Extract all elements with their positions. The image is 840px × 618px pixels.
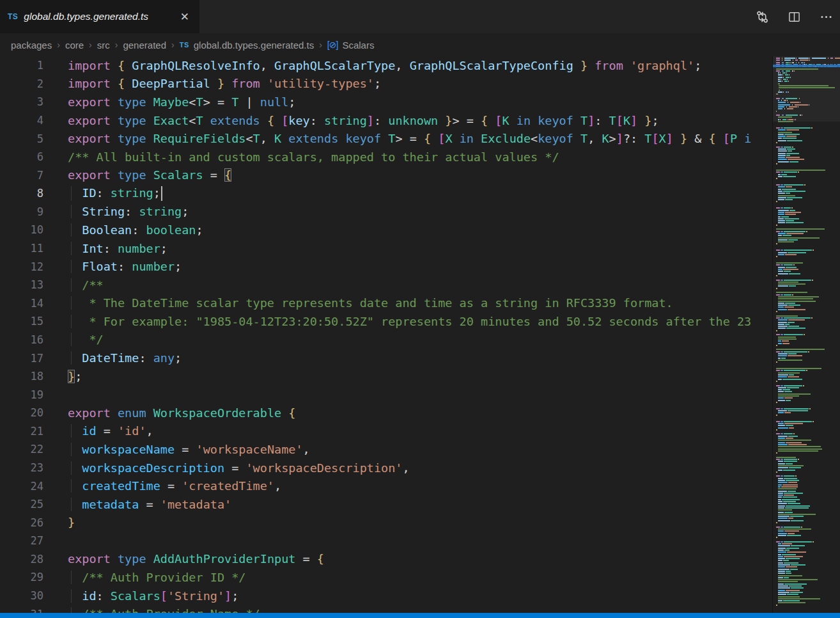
minimap-row [776,592,804,593]
minimap-row [776,427,795,429]
code-line[interactable]: 14 * The DateTime scalar type represents… [0,294,771,313]
minimap-row [776,475,797,477]
breadcrumb-label: src [97,40,110,51]
code-line[interactable]: 31 /** Auth Provider Name */ [0,605,771,613]
minimap-row [776,520,804,521]
minimap-row [776,337,797,338]
minimap-row [776,397,793,399]
minimap-row [776,171,800,173]
minimap-row [776,491,797,492]
text-cursor [161,186,162,201]
breadcrumb-item-core[interactable]: core [65,40,84,51]
code-lines: 1import { GraphQLResolveInfo, GraphQLSca… [0,56,771,613]
code-line[interactable]: 25 metadata = 'metadata' [0,495,771,514]
minimap-row [776,602,806,603]
minimap-row [776,587,804,589]
code-line[interactable]: 12 Float: number; [0,257,771,276]
code-line[interactable]: 5export type RequireFields<T, K extends … [0,129,771,148]
code-line[interactable]: 8 ID: string; [0,184,771,203]
split-editor-icon[interactable] [786,9,802,24]
breadcrumb-item-global-db-types-generated-ts[interactable]: TSglobal.db.types.generated.ts [180,40,315,51]
minimap-row [776,326,800,327]
minimap-row [776,199,793,200]
minimap-row [776,446,821,447]
code-line[interactable]: 30 id: Scalars['String']; [0,587,771,605]
minimap-row [776,598,821,599]
breadcrumb-item-generated[interactable]: generated [123,40,166,51]
minimap-row [776,545,805,546]
minimap-row [776,233,804,234]
code-line-text: import { GraphQLResolveInfo, GraphQLScal… [43,59,771,72]
minimap-row [776,501,797,502]
minimap-row [776,147,794,148]
minimap[interactable] [772,56,840,613]
breadcrumb-separator: › [57,40,60,50]
breadcrumb-label: packages [11,40,52,51]
minimap-row [776,68,819,70]
code-line[interactable]: 28export type AddAuthProviderInput = { [0,550,771,569]
code-line[interactable]: 10 Boolean: boolean; [0,221,771,239]
minimap-row [776,528,812,530]
code-line[interactable]: 11 Int: number; [0,239,771,258]
minimap-row [776,214,797,215]
breadcrumb-item-src[interactable]: src [97,40,110,51]
minimap-row [776,425,794,426]
minimap-row [776,556,804,557]
breadcrumb-item-scalars[interactable]: [⊘]Scalars [327,40,375,51]
minimap-row [776,218,800,219]
minimap-row [776,385,805,386]
minimap-row [776,303,796,304]
line-number: 28 [0,553,43,566]
code-line[interactable]: 4export type Exact<T extends { [key: str… [0,111,771,130]
minimap-row [776,478,798,479]
code-line[interactable]: 1import { GraphQLResolveInfo, GraphQLSca… [0,56,771,75]
breadcrumb-item-packages[interactable]: packages [11,40,52,51]
code-line[interactable]: 23 workspaceDescription = 'workspaceDesc… [0,459,771,477]
minimap-row [776,150,793,152]
minimap-row [776,305,801,306]
code-line[interactable]: 7export type Scalars = { [0,166,771,184]
more-actions-icon[interactable] [818,9,834,24]
minimap-row [776,376,800,377]
line-number: 21 [0,425,43,438]
code-line[interactable]: 26} [0,513,771,532]
code-line[interactable]: 9 String: string; [0,203,771,221]
code-line[interactable]: 18}; [0,367,771,386]
minimap-row [776,433,795,434]
minimap-row [776,58,840,59]
minimap-row [776,74,790,75]
code-line[interactable]: 16 */ [0,331,771,349]
code-line[interactable]: 21 id = 'id', [0,422,771,441]
code-line[interactable]: 29 /** Auth Provider ID */ [0,568,771,587]
code-line[interactable]: 22 workspaceName = 'workspaceName', [0,440,771,459]
breadcrumb-label: core [65,40,84,51]
code-line-text: createdTime = 'createdTime', [43,479,771,493]
code-line[interactable]: 19 [0,385,771,404]
line-number: 29 [0,571,43,583]
tab-global-db-types-generated[interactable]: TS global.db.types.generated.ts ✕ [0,0,199,33]
code-line[interactable]: 27 [0,532,771,550]
code-line[interactable]: 6/** All built-in and custom scalars, ma… [0,148,771,166]
minimap-row [776,412,791,413]
code-line[interactable]: 20export enum WorkspaceOrderable { [0,404,771,422]
minimap-row [776,442,802,443]
code-line[interactable]: 24 createdTime = 'createdTime', [0,477,771,495]
code-line[interactable]: 17 DateTime: any; [0,349,771,367]
minimap-row [776,174,788,175]
code-line[interactable]: 2import { DeepPartial } from 'utility-ty… [0,75,771,93]
breadcrumb-separator: › [171,40,175,50]
code-line[interactable]: 3export type Maybe<T> = T | null; [0,93,771,111]
code-line-text: ID: string; [43,186,771,202]
minimap-row [776,134,800,135]
code-line[interactable]: 15 * For example: "1985-04-12T23:20:50.5… [0,312,771,331]
code-line-text: workspaceName = 'workspaceName', [43,443,771,456]
code-editor: 1import { GraphQLResolveInfo, GraphQLSca… [0,56,840,613]
minimap-row [776,262,804,264]
minimap-row [776,319,805,321]
line-number: 20 [0,406,43,419]
open-changes-icon[interactable] [754,9,770,24]
close-icon[interactable]: ✕ [178,10,192,24]
line-number: 3 [0,95,43,108]
code-line[interactable]: 13 /** [0,276,771,294]
minimap-row [776,288,778,289]
